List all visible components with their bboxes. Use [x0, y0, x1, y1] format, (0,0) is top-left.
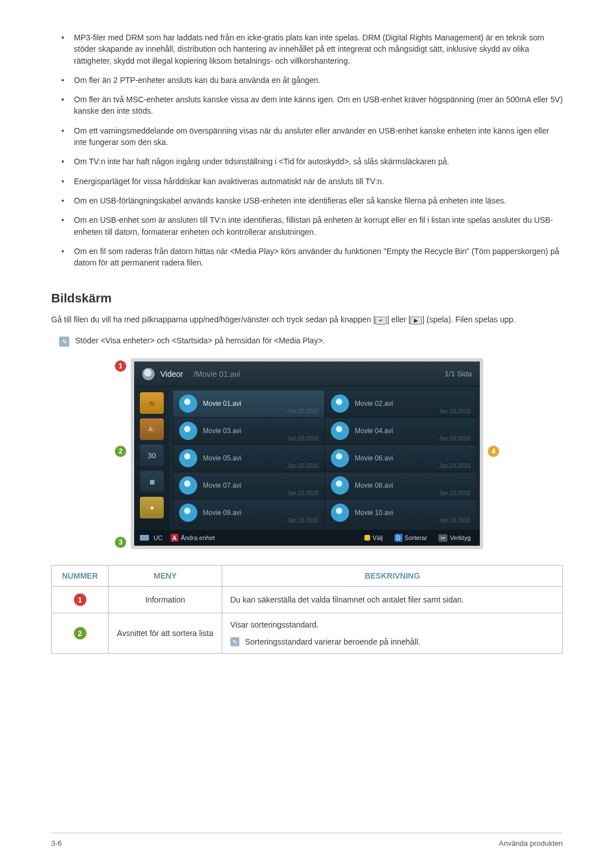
file-item[interactable]: Movie 08.aviJan.10.2010	[325, 472, 476, 499]
table-menu-cell: Information	[109, 587, 222, 613]
table-header-menu: MENY	[109, 566, 222, 587]
note-text: Stöder <Visa enheter> och <Startsida> på…	[75, 336, 325, 347]
file-date: Jan.10.2010	[439, 435, 470, 442]
desc-text: Du kan säkerställa det valda filnamnet o…	[230, 595, 554, 604]
tools-icon[interactable]: ✂	[438, 534, 447, 542]
file-item[interactable]: Movie 06.aviJan.10.2010	[325, 445, 476, 472]
movie-file-icon	[179, 476, 197, 495]
button-c-icon[interactable]	[364, 535, 370, 541]
table-num-cell: 2	[52, 613, 109, 654]
movie-file-icon	[179, 504, 197, 522]
file-item[interactable]: Movie 01.aviJan.10.2010	[173, 390, 325, 417]
sidebar-grid-icon[interactable]: ▦	[140, 471, 164, 492]
file-name: Movie 05.avi	[203, 454, 241, 462]
bullet-item: Om TV:n inte har haft någon ingång under…	[74, 156, 563, 167]
bullet-item: Om en USB-enhet som är ansluten till TV:…	[74, 214, 563, 238]
movie-file-icon	[331, 394, 349, 413]
page-indicator: 1/1 Sida	[445, 369, 472, 378]
file-name: Movie 03.avi	[203, 427, 241, 435]
intro-text: ] eller [	[387, 315, 410, 324]
sidebar-folder-icon[interactable]: 🗀	[140, 392, 164, 414]
desc-text: Visar sorteringsstandard.	[230, 620, 554, 629]
footer-section-name: Använda produkten	[499, 839, 563, 848]
table-num-cell: 1	[52, 587, 109, 613]
sidebar-count[interactable]: 30	[140, 445, 164, 466]
footer-a-label: Ändra enhet	[181, 534, 215, 541]
num-badge: 2	[74, 627, 86, 639]
file-item[interactable]: Movie 07.aviJan.10.2010	[173, 472, 325, 499]
file-name: Movie 04.avi	[355, 427, 393, 435]
info-note-icon: ✎	[230, 637, 239, 646]
callout-4: 4	[488, 446, 499, 457]
sidebar-view-icon[interactable]: A↕	[140, 418, 164, 440]
movie-file-icon	[331, 504, 349, 522]
file-item[interactable]: Movie 03.aviJan.10.2010	[173, 417, 325, 445]
table-row: 1InformationDu kan säkerställa det valda…	[52, 587, 563, 613]
table-desc-cell: Du kan säkerställa det valda filnamnet o…	[222, 587, 563, 613]
table-header-num: NUMMER	[52, 566, 109, 587]
footer-page-number: 3-6	[51, 839, 62, 848]
sidebar-star-icon[interactable]: ★	[140, 497, 164, 518]
table-row: 2Avsnittet för att sortera listaVisar so…	[52, 613, 563, 654]
footer-d-label: Sorterar	[405, 534, 428, 541]
device-icon	[140, 535, 149, 541]
movie-file-icon	[331, 422, 349, 440]
description-table: NUMMER MENY BESKRIVNING 1InformationDu k…	[51, 565, 563, 654]
file-date: Jan.10.2010	[287, 408, 318, 414]
button-d-icon[interactable]: D	[395, 534, 403, 542]
bullet-item: Om fler än två MSC-enheter ansluts kansk…	[74, 94, 563, 117]
file-item[interactable]: Movie 02.aviJan.10.2010	[325, 390, 476, 417]
bullet-item: Om en fil som raderas från datorn hittas…	[74, 246, 563, 269]
breadcrumb-file: /Movie 01.avi	[193, 369, 240, 379]
info-note-icon: ✎	[59, 337, 69, 347]
callout-1: 1	[115, 360, 126, 372]
file-item[interactable]: Movie 05.aviJan.10.2010	[173, 445, 325, 472]
sort-sidebar: 🗀 A↕ 30 ▦ ★	[134, 387, 169, 530]
intro-text: ] (spela). Filen spelas upp.	[422, 315, 515, 324]
screenshot-header: Videor /Movie 01.avi 1/1 Sida	[134, 362, 480, 387]
footer-tool-label: Verktyg	[450, 534, 471, 541]
reel-icon	[142, 368, 155, 380]
file-item[interactable]: Movie 09.aviJan.10.2010	[173, 499, 325, 526]
file-name: Movie 01.avi	[203, 400, 241, 408]
media-play-screenshot: 1 2 3 4 Videor /Movie 01.avi 1/1 Sida 🗀 …	[131, 358, 483, 549]
device-label: UC	[154, 534, 163, 541]
bullet-item: Om fler än 2 PTP-enheter ansluts kan du …	[74, 74, 563, 86]
screenshot-footer: UC AÄndra enhet Välj DSorterar ✂Verktyg	[134, 530, 480, 546]
section-heading: Bildskärm	[51, 291, 563, 306]
bullet-list: MP3-filer med DRM som har laddats ned fr…	[51, 32, 563, 268]
file-item[interactable]: Movie 10.aviJan.10.2010	[325, 499, 476, 526]
file-name: Movie 06.avi	[355, 454, 393, 462]
table-body: 1InformationDu kan säkerställa det valda…	[52, 587, 563, 654]
play-icon: ▶	[410, 317, 422, 325]
bullet-item: MP3-filer med DRM som har laddats ned fr…	[74, 32, 563, 67]
bullet-item: Om ett varningsmeddelande om överspännin…	[74, 125, 563, 148]
table-desc-cell: Visar sorteringsstandard.✎Sorteringsstan…	[222, 613, 563, 654]
movie-file-icon	[331, 476, 349, 495]
file-name: Movie 07.avi	[203, 481, 241, 489]
file-date: Jan.10.2010	[439, 463, 470, 469]
table-header-desc: BESKRIVNING	[222, 566, 563, 587]
movie-file-icon	[331, 449, 349, 467]
file-date: Jan.10.2010	[439, 517, 470, 524]
movie-file-icon	[179, 449, 197, 467]
file-date: Jan.10.2010	[439, 408, 470, 414]
note-line: ✎ Stöder <Visa enheter> och <Startsida> …	[51, 336, 563, 347]
file-name: Movie 02.avi	[355, 400, 393, 408]
file-name: Movie 08.avi	[355, 481, 393, 489]
bullet-item: Om en USB-förlängningskabel används kans…	[74, 195, 563, 206]
desc-note-text: Sorteringsstandard varierar beroende på …	[245, 637, 420, 646]
file-date: Jan.10.2010	[439, 490, 470, 496]
page-footer: 3-6 Använda produkten	[51, 833, 563, 848]
callout-3: 3	[115, 537, 126, 548]
file-date: Jan.10.2010	[287, 435, 318, 442]
callout-2: 2	[115, 446, 126, 457]
breadcrumb-category: Videor	[160, 369, 183, 379]
footer-c-label: Välj	[372, 534, 383, 541]
file-item[interactable]: Movie 04.aviJan.10.2010	[325, 417, 476, 445]
intro-paragraph: Gå till filen du vill ha med pilknapparn…	[51, 314, 563, 326]
file-grid: Movie 01.aviJan.10.2010Movie 02.aviJan.1…	[169, 387, 480, 530]
button-a-icon[interactable]: A	[171, 534, 179, 542]
movie-file-icon	[179, 422, 197, 440]
num-badge: 1	[74, 593, 86, 606]
